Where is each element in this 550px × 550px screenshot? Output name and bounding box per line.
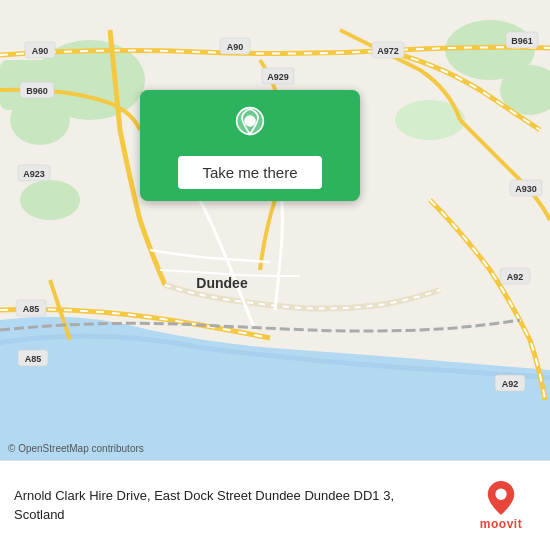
take-me-there-button[interactable]: Take me there [178, 156, 321, 189]
moovit-pin-icon [487, 481, 515, 515]
svg-point-21 [244, 115, 256, 127]
road-label-a92-right: A92 [507, 272, 524, 282]
road-label-a929: A929 [267, 72, 289, 82]
road-label-a90-left: A90 [32, 46, 49, 56]
location-card: Take me there [140, 90, 360, 201]
map-svg: A90 A90 B960 A972 B961 A923 A929 A930 A9… [0, 0, 550, 460]
location-pin-icon [230, 106, 270, 146]
road-label-a92-bottom: A92 [502, 379, 519, 389]
road-label-b960: B960 [26, 86, 48, 96]
road-label-a972: A972 [377, 46, 399, 56]
road-label-a930: A930 [515, 184, 537, 194]
address-text: Arnold Clark Hire Drive, East Dock Stree… [14, 487, 434, 523]
map-container: A90 A90 B960 A972 B961 A923 A929 A930 A9… [0, 0, 550, 460]
map-attribution: © OpenStreetMap contributors [8, 443, 144, 454]
info-bar: Arnold Clark Hire Drive, East Dock Stree… [0, 460, 550, 550]
road-label-b961: B961 [511, 36, 533, 46]
svg-point-22 [495, 488, 506, 499]
road-label-a85-left: A85 [25, 354, 42, 364]
road-label-a90-mid: A90 [227, 42, 244, 52]
road-label-a85-bottom: A85 [23, 304, 40, 314]
moovit-logo: moovit [466, 481, 536, 531]
moovit-brand-name: moovit [480, 517, 522, 531]
svg-point-7 [20, 180, 80, 220]
city-label-dundee: Dundee [196, 275, 248, 291]
road-label-a923: A923 [23, 169, 45, 179]
